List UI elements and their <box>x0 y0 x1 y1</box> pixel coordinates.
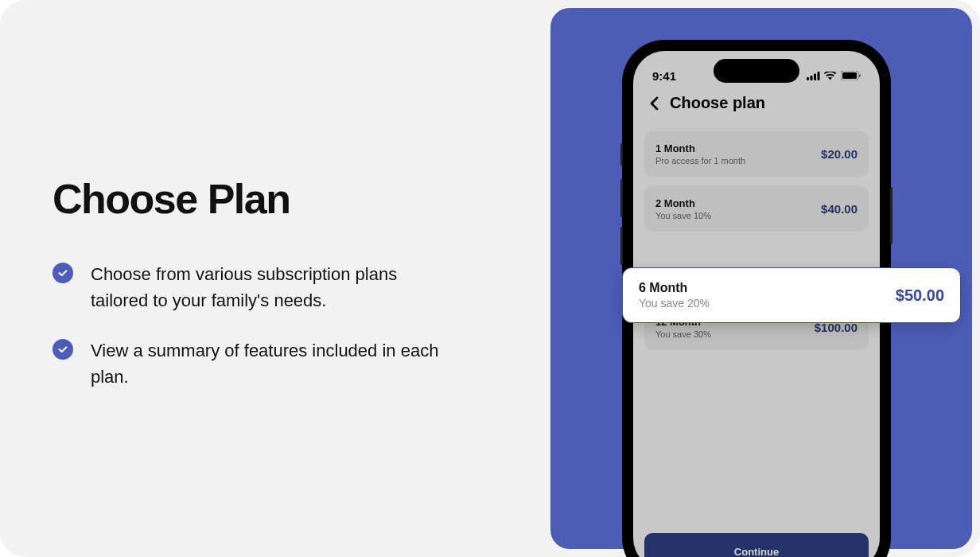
plan-desc: Pro access for 1 month <box>655 156 745 166</box>
dynamic-island <box>714 59 799 83</box>
plan-name: 1 Month <box>655 142 745 154</box>
continue-label: Continue <box>734 546 779 558</box>
status-icons <box>807 69 861 83</box>
plan-name: 6 Month <box>639 281 710 295</box>
svg-rect-3 <box>818 72 820 80</box>
chevron-left-icon <box>649 96 659 111</box>
plan-card-1month[interactable]: 1 Month Pro access for 1 month $20.00 <box>644 131 869 177</box>
svg-rect-2 <box>814 73 816 80</box>
plan-price: $40.00 <box>821 202 858 216</box>
check-icon <box>52 339 73 360</box>
plan-card-2month[interactable]: 2 Month You save 10% $40.00 <box>644 186 869 232</box>
wifi-icon <box>824 69 837 83</box>
right-panel: 9:41 Choose plan <box>550 8 972 549</box>
phone-side-button <box>620 143 623 166</box>
phone-side-button <box>620 227 623 265</box>
bullet-item: Choose from various subscription plans t… <box>52 261 460 314</box>
back-button[interactable] <box>646 95 662 111</box>
bullet-text: Choose from various subscription plans t… <box>91 261 457 314</box>
plan-name: 2 Month <box>655 197 711 209</box>
left-panel: Choose Plan Choose from various subscrip… <box>0 0 512 557</box>
svg-rect-1 <box>811 76 813 80</box>
plan-price: $50.00 <box>896 286 944 305</box>
check-icon <box>52 263 73 283</box>
screen-header: Choose plan <box>644 94 869 112</box>
feature-card: Choose Plan Choose from various subscrip… <box>0 0 980 557</box>
svg-rect-6 <box>859 74 861 77</box>
signal-icon <box>807 69 820 83</box>
plan-desc: You save 20% <box>639 297 710 310</box>
svg-rect-5 <box>842 72 857 79</box>
battery-icon <box>841 69 861 83</box>
screen-title: Choose plan <box>670 94 765 112</box>
plan-desc: You save 10% <box>655 211 711 220</box>
plan-desc: You save 30% <box>655 329 711 339</box>
continue-button[interactable]: Continue <box>644 533 869 557</box>
phone-side-button <box>620 179 623 217</box>
status-time: 9:41 <box>652 69 676 83</box>
phone-side-button <box>890 187 892 244</box>
svg-rect-0 <box>807 77 809 80</box>
bullet-text: View a summary of features included in e… <box>91 337 457 390</box>
page-title: Choose Plan <box>52 175 460 223</box>
plan-card-6month-highlight[interactable]: 6 Month You save 20% $50.00 <box>622 267 961 323</box>
bullet-item: View a summary of features included in e… <box>52 337 460 390</box>
bullet-list: Choose from various subscription plans t… <box>52 261 460 390</box>
plan-price: $20.00 <box>821 147 858 161</box>
